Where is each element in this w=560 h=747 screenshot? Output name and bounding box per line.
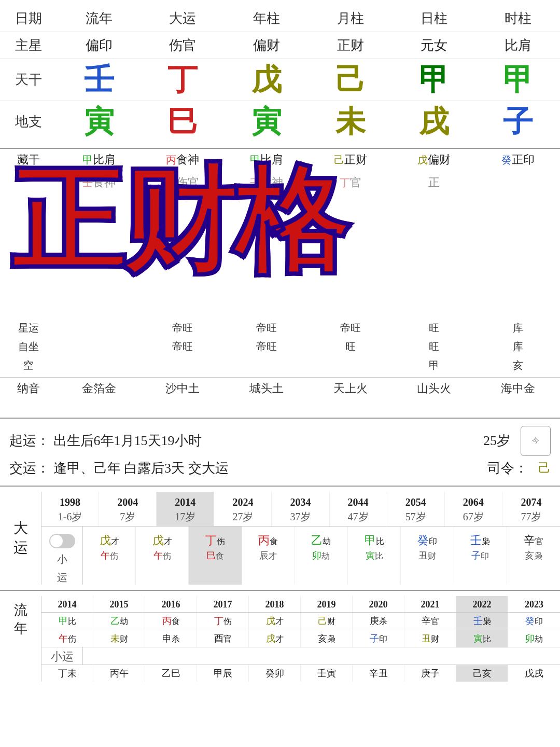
dyear-1: 20047岁 <box>99 492 157 526</box>
dizhi-shi: 子 <box>476 101 560 143</box>
lgz-top-2: 丙食 <box>145 613 197 630</box>
col-dayun: 大运 <box>141 5 225 32</box>
cang-col-1: 丙食神 <box>141 150 225 170</box>
tiangan-dayun: 丁 <box>141 59 225 101</box>
label-yun2: 运 <box>57 571 67 585</box>
dyear-7: 206467岁 <box>445 492 502 526</box>
lgz-bot-1: 未财 <box>93 630 145 647</box>
dyear-0: 19981-6岁 <box>41 492 99 526</box>
zhuxing-nian: 偏财 <box>225 32 309 59</box>
lgz-top-5: 己财 <box>301 613 353 630</box>
xingyun-row1: 星运 帝旺 帝旺 帝旺 旺 库 <box>0 319 560 338</box>
section-qiyun: 起运： 出生后6年1月15天19小时 25岁 今 交运： 逢甲、己年 白露后3天… <box>0 419 560 487</box>
nayin-1: 沙中土 <box>141 379 225 398</box>
dyear-4: 203437岁 <box>272 492 329 526</box>
col-liunian: 流年 <box>57 5 141 32</box>
dyear-5: 204447岁 <box>330 492 387 526</box>
dayun-years-row: 19981-6岁 20047岁 201417岁 202427岁 203437岁 … <box>41 492 560 527</box>
zhuxing-row: 主星 偏印 伤官 偏财 正财 元女 比肩 <box>0 32 560 59</box>
dayun-content: 19981-6岁 20047岁 201417岁 202427岁 203437岁 … <box>41 492 560 585</box>
dayun-ganzhi-row: 戊才 午伤 戊才 午伤 丁伤 巳食 丙食 辰才 <box>83 527 560 585</box>
dgz-6: 癸印 丑财 <box>401 527 454 585</box>
canggan-row: 藏干 甲比肩 丙食神 甲比肩 己正财 戊偏财 癸正印 <box>0 149 560 172</box>
today-box[interactable]: 今 <box>521 426 551 456</box>
cang-col-0: 甲比肩 <box>57 150 141 170</box>
nayin-5: 海中金 <box>476 379 560 398</box>
age-display: 25岁 <box>483 432 510 450</box>
label-xiaoyun: 小运 <box>41 647 83 665</box>
qiyun-row1: 起运： 出生后6年1月15天19小时 25岁 今 <box>9 426 551 456</box>
col-nianzhu: 年柱 <box>225 5 309 32</box>
xy-5: 壬寅 <box>301 665 353 682</box>
zizuo-row: 自坐 帝旺 帝旺 旺 旺 库 <box>0 338 560 356</box>
dizhi-ri: 戌 <box>393 101 477 143</box>
lgz-bot-8-current: 寅比 <box>456 630 508 647</box>
xiaoyun-row: 丁未 丙午 乙巳 甲辰 癸卯 壬寅 辛丑 庚子 己亥 戊戌 <box>41 665 560 682</box>
lyear-7: 2021 <box>404 596 456 612</box>
xy-7: 庚子 <box>404 665 456 682</box>
lyear-0: 2014 <box>41 596 93 612</box>
lyear-2: 2016 <box>145 596 197 612</box>
dayun-label: 大 运 <box>0 492 41 585</box>
section-liunian: 流 年 2014 2015 2016 2017 2018 2019 2020 2… <box>0 591 560 687</box>
dizhi-yue: 未 <box>309 101 393 143</box>
qiyun-label: 起运： <box>9 433 50 448</box>
liunian-gz-bot: 午伤 未财 申杀 酉官 戌才 亥枭 子印 丑财 寅比 卯劫 <box>41 630 560 648</box>
lgz-bot-9: 卯劫 <box>508 630 560 647</box>
canggan-row2: 壬食神 癸伤官 壬食神 丁官 正 <box>0 172 560 195</box>
section-pillars: 日期 流年 大运 年柱 月柱 日柱 时柱 主星 偏印 伤官 偏财 正财 元女 比… <box>0 0 560 149</box>
cang-col-3: 己正财 <box>309 150 393 170</box>
dayun-bottom: 小 运 戊才 午伤 戊才 午伤 丁伤 巳食 <box>41 527 560 585</box>
lgz-top-4: 戊才 <box>249 613 301 630</box>
lgz-top-0: 甲比 <box>41 613 93 630</box>
qiyun-value: 出生后6年1月15天19小时 <box>53 433 202 448</box>
label-zhuxing: 主星 <box>0 32 57 59</box>
kong-row: 空 甲 亥 <box>0 356 560 375</box>
label-xiao: 小 <box>57 552 67 566</box>
lgz-top-7: 辛官 <box>404 613 456 630</box>
header-row: 日期 流年 大运 年柱 月柱 日柱 时柱 <box>0 5 560 32</box>
zhuxing-liunian: 偏印 <box>57 32 141 59</box>
dyear-8: 207477岁 <box>502 492 560 526</box>
dayun-outer: 大 运 19981-6岁 20047岁 201417岁 202427岁 2034… <box>0 492 560 585</box>
cang-col-5: 癸正印 <box>476 150 560 170</box>
xy-4: 癸卯 <box>249 665 301 682</box>
nayin-row: 纳音 金箔金 沙中土 城头土 天上火 山头火 海中金 <box>0 377 560 400</box>
qiyun-text: 起运： 出生后6年1月15天19小时 <box>9 432 202 450</box>
qiyun-right: 25岁 今 <box>483 426 551 456</box>
toggle-switch[interactable] <box>49 534 75 548</box>
tiangan-nian: 戊 <box>225 59 309 101</box>
lyear-9: 2023 <box>508 596 560 612</box>
jiaoyun-text: 交运： 逢甲、己年 白露后3天 交大运 <box>9 459 229 477</box>
lgz-top-3: 丁伤 <box>197 613 249 630</box>
lyear-1: 2015 <box>93 596 145 612</box>
dizhi-liunian: 寅 <box>57 101 141 143</box>
lgz-bot-5: 亥枭 <box>301 630 353 647</box>
section-dayun: 大 运 19981-6岁 20047岁 201417岁 202427岁 2034… <box>0 487 560 591</box>
lgz-top-6: 庚杀 <box>353 613 404 630</box>
liunian-gz-top: 甲比 乙劫 丙食 丁伤 戊才 己财 庚杀 辛官 壬枭 癸印 <box>41 613 560 630</box>
zhuxing-shi: 比肩 <box>476 32 560 59</box>
xy-0: 丁未 <box>41 665 93 682</box>
col-yuezhu: 月柱 <box>309 5 393 32</box>
liunian-years-row: 2014 2015 2016 2017 2018 2019 2020 2021 … <box>41 596 560 613</box>
dyear-6: 205457岁 <box>387 492 445 526</box>
lgz-bot-7: 丑财 <box>404 630 456 647</box>
siling-area: 司令： 己 <box>487 459 551 477</box>
dgz-1: 戊才 午伤 <box>136 527 189 585</box>
dgz-2-current: 丁伤 巳食 <box>189 527 242 585</box>
lgz-top-9: 癸印 <box>508 613 560 630</box>
lgz-top-8-current: 壬枭 <box>456 613 508 630</box>
nayin-4: 山头火 <box>393 379 477 398</box>
label-nian: 年 <box>14 619 27 638</box>
lyear-6: 2020 <box>353 596 404 612</box>
col-shizhu: 时柱 <box>476 5 560 32</box>
dgz-7: 壬枭 子印 <box>454 527 507 585</box>
label-yun: 运 <box>13 538 28 558</box>
xy-3: 甲辰 <box>197 665 249 682</box>
label-kong: 空 <box>0 357 57 374</box>
section-canggan: 藏干 甲比肩 丙食神 甲比肩 己正财 戊偏财 癸正印 壬食神 癸伤官 壬食神 丁… <box>0 149 560 419</box>
label-da: 大 <box>13 518 28 538</box>
label-tiangan: 天干 <box>0 66 57 93</box>
xy-2: 乙巳 <box>145 665 197 682</box>
